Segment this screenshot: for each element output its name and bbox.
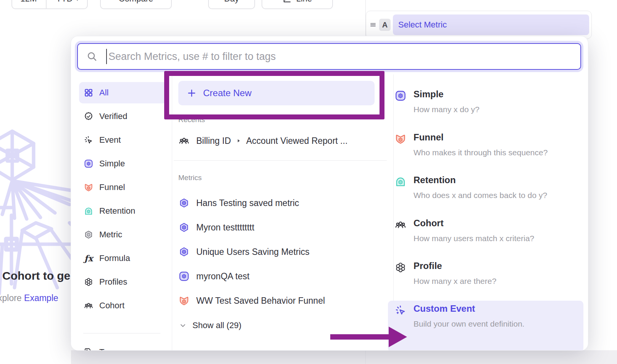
app-root: 12M YTD▾ Compare Day Line A Select Metri… bbox=[0, 0, 617, 364]
sidebar-item-cohort[interactable]: Cohort bbox=[79, 295, 167, 316]
tag-icon bbox=[84, 347, 94, 350]
metric-list-item[interactable]: WW Test Saved Behavior Funnel bbox=[178, 292, 325, 309]
sidebar-divider bbox=[83, 333, 160, 333]
saved-metric-hexagon-icon bbox=[178, 222, 190, 233]
sidebar-item-simple[interactable]: Simple bbox=[79, 153, 167, 174]
custom-event-icon bbox=[394, 304, 407, 316]
empty-state-subtext: xplore Example bbox=[0, 293, 58, 303]
drag-handle-icon[interactable] bbox=[369, 21, 377, 29]
recents-metrics-divider bbox=[174, 160, 387, 161]
saved-metric-hexagon-icon bbox=[178, 246, 190, 258]
chevron-down-icon bbox=[179, 322, 187, 329]
empty-state-headline: Cohort to ge bbox=[2, 269, 70, 282]
sidebar-item-all[interactable]: All bbox=[79, 82, 167, 103]
cohort-people-icon bbox=[84, 301, 94, 311]
profiles-flower-icon bbox=[394, 261, 407, 274]
date-range-segmented-control[interactable]: 12M YTD▾ bbox=[11, 0, 88, 9]
metric-list-item[interactable]: Myron testttttttt bbox=[178, 219, 254, 236]
caret-right-icon bbox=[236, 138, 241, 143]
sidebar-item-funnel[interactable]: Funnel bbox=[79, 177, 167, 198]
retention-icon bbox=[84, 206, 94, 216]
simple-metric-icon bbox=[178, 271, 190, 282]
select-metric-field[interactable]: Select Metric bbox=[393, 14, 589, 35]
funnel-icon bbox=[394, 133, 407, 145]
metrics-header: Metrics bbox=[178, 174, 202, 182]
annotation-arrow-head bbox=[389, 327, 407, 347]
text-caret bbox=[106, 49, 107, 64]
grid-icon bbox=[84, 88, 94, 98]
funnel-icon bbox=[84, 182, 94, 192]
sidebar-item-formula[interactable]: ƒx Formula bbox=[79, 248, 167, 269]
show-all-toggle[interactable]: Show all (29) bbox=[179, 319, 241, 332]
recent-item-billing[interactable]: Billing ID Account Viewed Report ... bbox=[178, 132, 347, 149]
metric-query-card: A Select Metric bbox=[366, 11, 592, 39]
annotation-arrow bbox=[330, 334, 389, 340]
sidebar-item-profiles[interactable]: Profiles bbox=[79, 271, 167, 293]
interval-day-button[interactable]: Day bbox=[208, 0, 255, 9]
cohort-people-icon bbox=[178, 135, 190, 147]
saved-metric-hexagon-icon bbox=[178, 197, 190, 209]
funnel-icon bbox=[178, 295, 190, 306]
chevron-down-icon: ▾ bbox=[76, 0, 79, 3]
simple-metric-icon bbox=[84, 159, 94, 169]
simple-metric-icon bbox=[394, 90, 407, 102]
metric-list-item[interactable]: Hans Testing saved metric bbox=[178, 195, 299, 211]
sidebar-item-verified[interactable]: Verified bbox=[79, 106, 167, 127]
compare-button[interactable]: Compare bbox=[100, 0, 172, 9]
range-12m-button[interactable]: 12M bbox=[11, 0, 46, 8]
search-input[interactable] bbox=[108, 50, 580, 63]
line-chart-icon bbox=[283, 0, 292, 3]
search-icon bbox=[86, 51, 98, 62]
cohort-people-icon bbox=[394, 219, 407, 231]
sidebar-item-tags-partial[interactable]: T bbox=[79, 341, 167, 350]
series-a-badge: A bbox=[379, 19, 391, 31]
range-ytd-button[interactable]: YTD▾ bbox=[46, 0, 88, 8]
event-click-icon bbox=[84, 135, 94, 145]
metric-list-item[interactable]: Unique Users Saving Metrics bbox=[178, 243, 310, 260]
sidebar-item-metric[interactable]: Metric bbox=[79, 224, 167, 245]
chart-type-line-button[interactable]: Line bbox=[262, 0, 333, 9]
formula-fx-icon: ƒx bbox=[84, 253, 94, 263]
annotation-highlight-box bbox=[164, 71, 384, 119]
sidebar-item-retention[interactable]: Retention bbox=[79, 200, 167, 222]
retention-icon bbox=[394, 176, 407, 188]
example-link[interactable]: Example bbox=[24, 293, 58, 303]
profiles-flower-icon bbox=[84, 277, 94, 287]
metric-hexagon-icon bbox=[84, 230, 94, 240]
metric-search-bar[interactable] bbox=[77, 43, 581, 70]
page-bottom-strip bbox=[71, 350, 617, 364]
metric-list-item[interactable]: myronQA test bbox=[178, 268, 249, 285]
verified-badge-icon bbox=[84, 111, 94, 121]
sidebar-item-event[interactable]: Event bbox=[79, 129, 167, 151]
